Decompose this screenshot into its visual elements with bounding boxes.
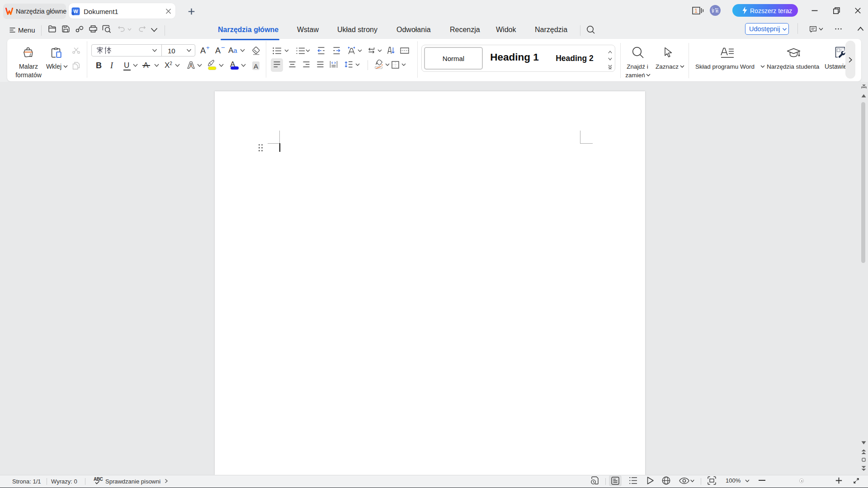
svg-text:ABC: ABC — [94, 477, 103, 482]
svg-text:W: W — [73, 9, 78, 14]
svg-text:1: 1 — [694, 8, 698, 14]
